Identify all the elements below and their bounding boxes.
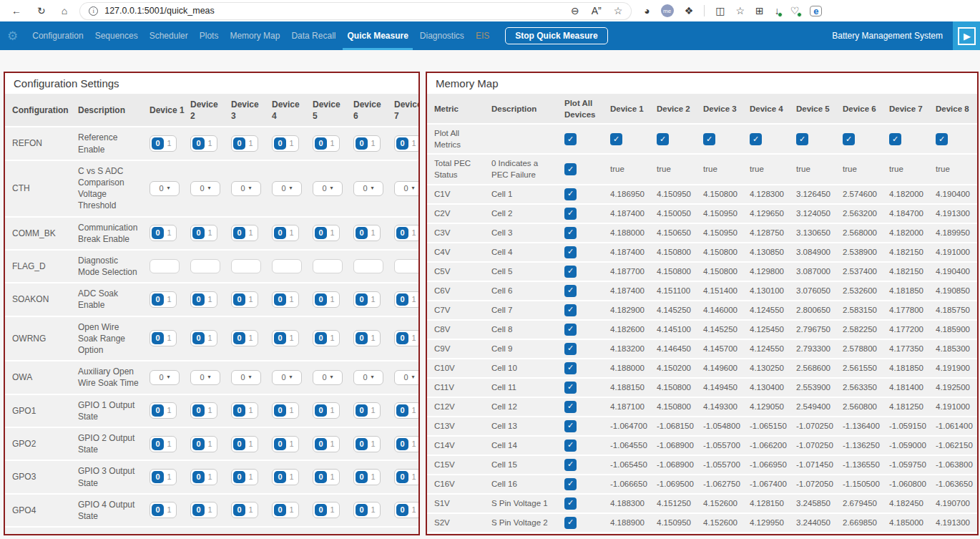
c4v-plot-checkbox[interactable]: ✓: [564, 246, 577, 258]
sidebar-toggle-button[interactable]: ▶: [953, 21, 980, 50]
flag-d-input-device-3[interactable]: [231, 259, 261, 273]
refon-toggle-device-2[interactable]: 01: [190, 135, 217, 152]
c15v-plot-checkbox[interactable]: ✓: [564, 459, 577, 471]
gpo1-toggle-device-1[interactable]: 01: [150, 402, 177, 419]
read-aloud-icon[interactable]: A”: [592, 6, 602, 16]
address-bar[interactable]: i 127.0.0.1:5001/quick_meas ⊖A”☆: [80, 3, 631, 19]
plot-device-3-checkbox[interactable]: ✓: [703, 133, 715, 145]
soakon-toggle-device-4[interactable]: 01: [272, 291, 299, 308]
flag-d-input-device-7[interactable]: [394, 259, 420, 273]
refon-toggle-device-7[interactable]: 01: [394, 135, 420, 152]
c1v-plot-checkbox[interactable]: ✓: [564, 188, 577, 200]
comm-bk-toggle-device-7[interactable]: 01: [394, 225, 420, 241]
gpo1-toggle-device-4[interactable]: 01: [272, 402, 299, 419]
gpo4-toggle-device-3[interactable]: 01: [231, 502, 258, 518]
nav-item-memory-map[interactable]: Memory Map: [224, 21, 285, 50]
gpo2-toggle-device-4[interactable]: 01: [272, 436, 299, 452]
gpo4-toggle-device-1[interactable]: 01: [150, 502, 177, 518]
flag-d-input-device-5[interactable]: [313, 259, 343, 273]
gpo2-toggle-device-2[interactable]: 01: [190, 436, 217, 452]
owa-select-device-4[interactable]: 0▾: [272, 370, 302, 385]
soakon-toggle-device-5[interactable]: 01: [313, 291, 340, 308]
gpo4-toggle-device-2[interactable]: 01: [190, 502, 217, 518]
owrng-toggle-device-6[interactable]: 01: [353, 330, 381, 346]
soakon-toggle-device-7[interactable]: 01: [394, 291, 420, 308]
nav-item-diagnostics[interactable]: Diagnostics: [414, 21, 470, 50]
owrng-toggle-device-2[interactable]: 01: [190, 330, 217, 346]
c2v-plot-checkbox[interactable]: ✓: [564, 208, 577, 220]
nav-item-plots[interactable]: Plots: [194, 21, 225, 50]
c8v-plot-checkbox[interactable]: ✓: [564, 324, 577, 336]
essentials-icon[interactable]: ♡: [790, 6, 800, 16]
nav-item-sequences[interactable]: Sequences: [89, 21, 144, 50]
owrng-toggle-device-5[interactable]: 01: [313, 330, 340, 346]
gear-icon[interactable]: ⚙: [7, 29, 18, 44]
gpo3-toggle-device-3[interactable]: 01: [231, 469, 258, 485]
refon-toggle-device-5[interactable]: 01: [313, 135, 340, 152]
cth-select-device-2[interactable]: 0▾: [190, 181, 220, 196]
gpo3-toggle-device-1[interactable]: 01: [150, 469, 177, 485]
comm-bk-toggle-device-3[interactable]: 01: [231, 225, 258, 241]
edge-sidebar-icon[interactable]: e: [810, 6, 822, 16]
nav-item-configuration[interactable]: Configuration: [26, 21, 89, 50]
tab-group-icon[interactable]: ⊞: [755, 6, 764, 16]
comm-bk-toggle-device-5[interactable]: 01: [313, 225, 340, 241]
refon-toggle-device-3[interactable]: 01: [231, 135, 258, 152]
cth-select-device-6[interactable]: 0▾: [353, 181, 383, 196]
cth-select-device-3[interactable]: 0▾: [231, 181, 261, 196]
gpo1-toggle-device-6[interactable]: 01: [353, 402, 381, 419]
plot-device-2-checkbox[interactable]: ✓: [657, 133, 669, 145]
gpo2-toggle-device-3[interactable]: 01: [231, 436, 258, 452]
gpo1-toggle-device-3[interactable]: 01: [231, 402, 258, 419]
refon-toggle-device-4[interactable]: 01: [272, 135, 299, 152]
favorite-icon[interactable]: ☆: [614, 6, 623, 16]
refon-toggle-device-6[interactable]: 01: [353, 135, 381, 152]
gpo1-toggle-device-7[interactable]: 01: [394, 402, 420, 419]
cth-select-device-7[interactable]: 0▾: [394, 181, 420, 196]
cth-select-device-4[interactable]: 0▾: [272, 181, 302, 196]
site-info-icon[interactable]: i: [89, 6, 98, 16]
owa-select-device-5[interactable]: 0▾: [313, 370, 343, 385]
c10v-plot-checkbox[interactable]: ✓: [564, 362, 577, 374]
profile-avatar[interactable]: me: [661, 4, 674, 17]
refresh-icon[interactable]: ↻: [37, 6, 46, 16]
c11v-plot-checkbox[interactable]: ✓: [564, 382, 577, 394]
nav-item-data-recall[interactable]: Data Recall: [285, 21, 341, 50]
comm-bk-toggle-device-1[interactable]: 01: [150, 225, 177, 241]
plot-device-6-checkbox[interactable]: ✓: [843, 133, 855, 145]
comm-bk-toggle-device-4[interactable]: 01: [272, 225, 299, 241]
c3v-plot-checkbox[interactable]: ✓: [564, 227, 577, 239]
comm-bk-toggle-device-2[interactable]: 01: [190, 225, 217, 241]
c12v-plot-checkbox[interactable]: ✓: [564, 401, 577, 413]
c9v-plot-checkbox[interactable]: ✓: [564, 343, 577, 355]
owrng-toggle-device-4[interactable]: 01: [272, 330, 299, 346]
home-icon[interactable]: ⌂: [62, 6, 67, 16]
gpo3-toggle-device-4[interactable]: 01: [272, 469, 299, 485]
c6v-plot-checkbox[interactable]: ✓: [564, 285, 577, 297]
c14v-plot-checkbox[interactable]: ✓: [564, 440, 577, 452]
nav-item-quick-measure[interactable]: Quick Measure: [341, 21, 413, 50]
plot-device-7-checkbox[interactable]: ✓: [889, 133, 901, 145]
flag-d-input-device-4[interactable]: [272, 259, 302, 273]
cth-select-device-5[interactable]: 0▾: [313, 181, 343, 196]
url-text[interactable]: 127.0.0.1:5001/quick_meas: [104, 6, 564, 16]
collections-icon[interactable]: ☆: [735, 6, 745, 16]
comm-bk-toggle-device-6[interactable]: 01: [353, 225, 381, 241]
split-screen-icon[interactable]: ◫: [715, 6, 725, 16]
flag-d-input-device-6[interactable]: [353, 259, 383, 273]
owa-select-device-3[interactable]: 0▾: [231, 370, 261, 385]
owa-select-device-2[interactable]: 0▾: [190, 370, 220, 385]
gpo2-toggle-device-5[interactable]: 01: [313, 436, 340, 452]
soakon-toggle-device-1[interactable]: 01: [150, 291, 177, 308]
gpo2-toggle-device-7[interactable]: 01: [394, 436, 420, 452]
owa-select-device-7[interactable]: 0▾: [394, 370, 420, 385]
zoom-out-icon[interactable]: ⊖: [571, 6, 579, 16]
downloads-icon[interactable]: ↓: [775, 6, 780, 16]
soakon-toggle-device-6[interactable]: 01: [353, 291, 381, 308]
gpo2-toggle-device-1[interactable]: 01: [150, 436, 177, 452]
nav-item-eis[interactable]: EIS: [470, 21, 495, 50]
gpo1-toggle-device-2[interactable]: 01: [190, 402, 217, 419]
c16v-plot-checkbox[interactable]: ✓: [564, 478, 577, 490]
soakon-toggle-device-2[interactable]: 01: [190, 291, 217, 308]
gpo4-toggle-device-7[interactable]: 01: [394, 502, 420, 518]
